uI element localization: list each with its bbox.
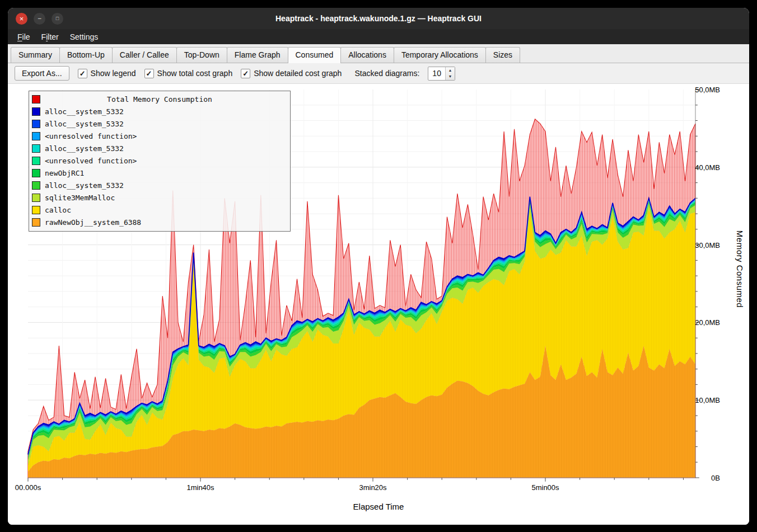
legend-label: rawNewObj__system_6388 bbox=[45, 218, 141, 227]
legend-swatch bbox=[32, 132, 40, 140]
legend-label: <unresolved function> bbox=[45, 132, 137, 140]
y-tick-label: 10,0MB bbox=[695, 396, 720, 404]
legend-label: <unresolved function> bbox=[45, 157, 137, 165]
legend-title: Total Memory Consumption bbox=[32, 95, 287, 103]
legend-swatch bbox=[32, 107, 40, 116]
tab-bottom-up[interactable]: Bottom-Up bbox=[59, 47, 113, 63]
checkbox-check-icon: ✓ bbox=[78, 69, 87, 78]
spinbox-value[interactable]: 10 bbox=[428, 67, 445, 80]
legend-label: alloc__system_5332 bbox=[45, 144, 124, 153]
legend-swatch bbox=[32, 120, 40, 128]
menu-file[interactable]: File bbox=[12, 31, 35, 43]
title-bar[interactable]: × − □ Heaptrack - heaptrack.wakunode.1.g… bbox=[8, 8, 749, 29]
x-tick-label: 00.000s bbox=[15, 483, 41, 492]
legend-swatch bbox=[32, 218, 40, 227]
checkbox-check-icon: ✓ bbox=[241, 69, 250, 78]
tab-summary[interactable]: Summary bbox=[11, 47, 60, 63]
tab-flame-graph[interactable]: Flame Graph bbox=[227, 47, 288, 63]
chart-panel: Total Memory Consumption alloc__system_5… bbox=[8, 84, 749, 525]
legend-item: rawNewObj__system_6388 bbox=[32, 216, 287, 228]
legend-item: alloc__system_5332 bbox=[32, 117, 287, 130]
legend-swatch bbox=[32, 181, 40, 190]
tab-top-down[interactable]: Top-Down bbox=[176, 47, 227, 63]
legend-item: sqlite3MemMalloc bbox=[32, 191, 287, 204]
legend-label: alloc__system_5332 bbox=[45, 181, 124, 190]
legend-label: newObjRC1 bbox=[45, 169, 84, 177]
legend-label: alloc__system_5332 bbox=[45, 120, 124, 128]
legend-swatch bbox=[32, 169, 40, 177]
legend-item: <unresolved function> bbox=[32, 130, 287, 142]
legend-swatch bbox=[32, 157, 40, 165]
checkbox-label: Show legend bbox=[91, 69, 136, 78]
window-controls: × − □ bbox=[16, 8, 63, 29]
maximize-icon[interactable]: □ bbox=[52, 13, 63, 25]
spin-up-icon[interactable]: ▲ bbox=[446, 67, 455, 74]
y-axis-title: Memory Consumed bbox=[735, 230, 745, 308]
app-window: × − □ Heaptrack - heaptrack.wakunode.1.g… bbox=[8, 8, 749, 525]
spin-down-icon[interactable]: ▼ bbox=[446, 73, 455, 80]
window-title: Heaptrack - heaptrack.wakunode.1.gz — He… bbox=[8, 14, 749, 23]
menu-filter[interactable]: Filter bbox=[36, 31, 64, 43]
legend-title-row: Total Memory Consumption bbox=[32, 93, 287, 105]
legend-swatch bbox=[32, 144, 40, 153]
legend-label: calloc bbox=[45, 206, 71, 214]
legend-item: alloc__system_5332 bbox=[32, 179, 287, 191]
checkbox-show-legend[interactable]: ✓Show legend bbox=[78, 69, 136, 78]
export-as-button[interactable]: Export As... bbox=[15, 66, 69, 81]
checkbox-check-icon: ✓ bbox=[144, 69, 154, 78]
y-tick-label: 50,0MB bbox=[695, 86, 720, 94]
tab-caller-callee[interactable]: Caller / Callee bbox=[112, 47, 177, 63]
tab-bar: SummaryBottom-UpCaller / CalleeTop-DownF… bbox=[8, 44, 749, 63]
y-tick-label: 20,0MB bbox=[695, 318, 720, 327]
chart-legend: Total Memory Consumption alloc__system_5… bbox=[29, 91, 291, 232]
legend-item: alloc__system_5332 bbox=[32, 105, 287, 117]
x-tick-label: 1min40s bbox=[186, 483, 214, 492]
legend-swatch bbox=[32, 206, 40, 214]
close-icon[interactable]: × bbox=[16, 13, 27, 25]
y-tick-label: 0B bbox=[711, 474, 720, 482]
checkbox-label: Show detailed cost graph bbox=[254, 69, 342, 78]
toolbar: Export As... ✓Show legend✓Show total cos… bbox=[8, 63, 749, 84]
checkbox-label: Show total cost graph bbox=[157, 69, 233, 78]
checkbox-show-detailed-cost-graph[interactable]: ✓Show detailed cost graph bbox=[241, 69, 342, 78]
legend-label: sqlite3MemMalloc bbox=[45, 194, 115, 202]
legend-swatch bbox=[32, 194, 40, 202]
tab-consumed[interactable]: Consumed bbox=[288, 47, 342, 63]
x-tick-label: 3min20s bbox=[359, 483, 386, 492]
legend-item: <unresolved function> bbox=[32, 154, 287, 167]
spinbox-arrows: ▲ ▼ bbox=[445, 67, 455, 80]
menu-settings[interactable]: Settings bbox=[65, 31, 104, 43]
x-axis-title: Elapsed Time bbox=[353, 502, 404, 511]
tab-temporary-allocations[interactable]: Temporary Allocations bbox=[394, 47, 486, 63]
y-tick-label: 30,0MB bbox=[695, 241, 720, 249]
legend-label: alloc__system_5332 bbox=[45, 107, 124, 116]
minimize-icon[interactable]: − bbox=[34, 13, 45, 25]
tab-sizes[interactable]: Sizes bbox=[485, 47, 520, 63]
x-tick-label: 5min00s bbox=[531, 483, 559, 492]
legend-item: newObjRC1 bbox=[32, 167, 287, 179]
y-tick-label: 40,0MB bbox=[695, 163, 720, 171]
stacked-diagrams-spinbox[interactable]: 10 ▲ ▼ bbox=[428, 67, 455, 81]
tab-allocations[interactable]: Allocations bbox=[340, 47, 394, 63]
legend-item: alloc__system_5332 bbox=[32, 142, 287, 154]
stacked-diagrams-label: Stacked diagrams: bbox=[354, 69, 419, 78]
legend-item: calloc bbox=[32, 204, 287, 216]
checkbox-show-total-cost-graph[interactable]: ✓Show total cost graph bbox=[144, 69, 233, 78]
menu-bar: FileFilterSettings bbox=[8, 29, 749, 44]
